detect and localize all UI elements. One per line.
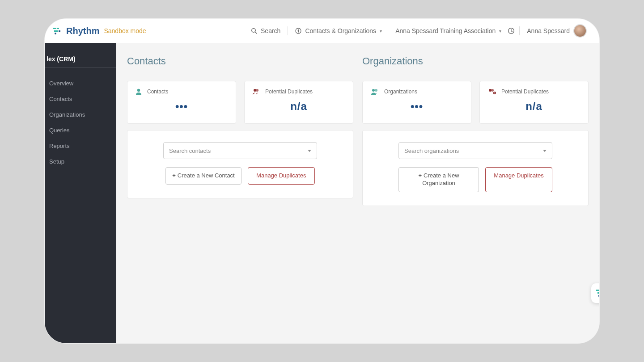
user-name-label: Anna Spessard bbox=[527, 27, 570, 34]
svg-line-6 bbox=[255, 32, 257, 34]
nav-dropdown-label: Contacts & Organizations bbox=[305, 27, 376, 34]
contacts-action-panel: Search contacts +Create a New Contact Ma… bbox=[127, 130, 353, 198]
contacts-dups-value: n/a bbox=[252, 100, 346, 113]
search-contacts-placeholder: Search contacts bbox=[169, 147, 211, 154]
logo-icon bbox=[53, 27, 63, 35]
people-dup-icon bbox=[252, 88, 261, 96]
svg-rect-18 bbox=[596, 290, 599, 291]
svg-point-11 bbox=[256, 89, 258, 92]
manage-org-dups-label: Manage Duplicates bbox=[494, 172, 543, 179]
chevron-down-icon bbox=[543, 150, 547, 152]
svg-point-22 bbox=[598, 295, 599, 297]
orgs-count-label: Organizations bbox=[384, 88, 417, 95]
sidebar-item-reports[interactable]: Reports bbox=[45, 138, 116, 154]
manage-org-dups-button[interactable]: Manage Duplicates bbox=[485, 167, 552, 192]
search-icon bbox=[251, 28, 257, 34]
contacts-title: Contacts bbox=[127, 55, 353, 70]
search-organizations-placeholder: Search organizations bbox=[404, 147, 459, 154]
orgs-action-panel: Search organizations +Create a New Organ… bbox=[362, 130, 589, 206]
sidebar-item-organizations[interactable]: Organizations bbox=[45, 107, 116, 122]
person-icon bbox=[135, 88, 143, 96]
divider bbox=[519, 26, 520, 35]
svg-point-15 bbox=[491, 89, 494, 92]
sidebar-item-queries[interactable]: Queries bbox=[45, 122, 116, 138]
contacts-dups-card[interactable]: Potential Duplicates n/a bbox=[244, 81, 353, 124]
user-menu[interactable]: Anna Spessard bbox=[522, 24, 591, 38]
divider bbox=[288, 26, 288, 35]
organizations-section: Organizations Organizations ••• bbox=[362, 55, 589, 206]
global-search[interactable]: Search bbox=[246, 27, 285, 34]
sidebar-item-overview[interactable]: Overview bbox=[45, 76, 116, 91]
search-contacts-select[interactable]: Search contacts bbox=[163, 142, 317, 159]
compass-icon bbox=[295, 28, 301, 34]
create-contact-button[interactable]: +Create a New Contact bbox=[165, 167, 242, 185]
nav-dropdown[interactable]: Contacts & Organizations ▾ bbox=[291, 27, 386, 34]
organizations-title: Organizations bbox=[362, 55, 589, 70]
clock-icon bbox=[508, 27, 515, 34]
orgs-dups-card[interactable]: Potential Duplicates n/a bbox=[479, 81, 589, 124]
svg-point-4 bbox=[55, 33, 56, 34]
avatar bbox=[573, 24, 587, 38]
contacts-section: Contacts Contacts ••• bbox=[127, 55, 353, 206]
chevron-down-icon bbox=[308, 150, 311, 152]
contacts-dups-label: Potential Duplicates bbox=[265, 88, 313, 95]
chevron-down-icon: ▾ bbox=[380, 29, 382, 34]
contacts-count-label: Contacts bbox=[147, 88, 168, 95]
svg-rect-0 bbox=[53, 28, 56, 29]
create-contact-label: Create a New Contact bbox=[178, 172, 235, 179]
sidebar-item-contacts[interactable]: Contacts bbox=[45, 91, 116, 107]
manage-contact-dups-button[interactable]: Manage Duplicates bbox=[248, 167, 315, 185]
svg-point-12 bbox=[372, 89, 375, 92]
main-content: Contacts Contacts ••• bbox=[116, 43, 599, 343]
orgs-dups-label: Potential Duplicates bbox=[501, 88, 549, 95]
svg-rect-3 bbox=[59, 30, 60, 32]
orgs-count-card[interactable]: Organizations ••• bbox=[362, 81, 471, 124]
people-dup-icon bbox=[487, 88, 497, 96]
sidebar-title: lex (CRM) bbox=[45, 55, 116, 67]
history-button[interactable] bbox=[506, 27, 517, 34]
create-organization-label: Create a New Organization bbox=[422, 172, 459, 186]
plus-icon: + bbox=[418, 172, 422, 179]
app-window: Rhythm Sandbox mode Search Contacts & Or… bbox=[45, 19, 599, 343]
sidebar-item-setup[interactable]: Setup bbox=[45, 154, 116, 169]
orgs-count-value: ••• bbox=[370, 100, 464, 113]
people-group-icon bbox=[370, 88, 380, 96]
search-label: Search bbox=[261, 27, 280, 34]
search-organizations-select[interactable]: Search organizations bbox=[398, 142, 552, 159]
org-dropdown[interactable]: Anna Spessard Training Association ▾ bbox=[386, 27, 506, 34]
plus-icon: + bbox=[172, 172, 176, 179]
body-area: lex (CRM) Overview Contacts Organization… bbox=[45, 43, 599, 343]
app-name: Rhythm bbox=[66, 26, 99, 36]
create-organization-button[interactable]: +Create a New Organization bbox=[398, 167, 479, 192]
sandbox-mode-label: Sandbox mode bbox=[104, 27, 146, 34]
org-dropdown-label: Anna Spessard Training Association bbox=[395, 27, 496, 34]
svg-point-9 bbox=[137, 89, 140, 92]
svg-rect-1 bbox=[57, 28, 59, 29]
topbar: Rhythm Sandbox mode Search Contacts & Or… bbox=[45, 19, 599, 43]
orgs-dups-value: n/a bbox=[487, 100, 581, 113]
logo[interactable]: Rhythm bbox=[53, 26, 99, 36]
svg-rect-20 bbox=[597, 292, 599, 294]
contacts-count-card[interactable]: Contacts ••• bbox=[127, 81, 236, 124]
chevron-down-icon: ▾ bbox=[499, 29, 501, 34]
logo-icon bbox=[596, 289, 599, 298]
contacts-count-value: ••• bbox=[135, 100, 229, 113]
sidebar: lex (CRM) Overview Contacts Organization… bbox=[45, 43, 116, 343]
manage-contact-dups-label: Manage Duplicates bbox=[256, 172, 306, 179]
svg-point-13 bbox=[375, 89, 377, 92]
help-widget[interactable] bbox=[591, 283, 599, 303]
svg-rect-2 bbox=[54, 30, 58, 32]
